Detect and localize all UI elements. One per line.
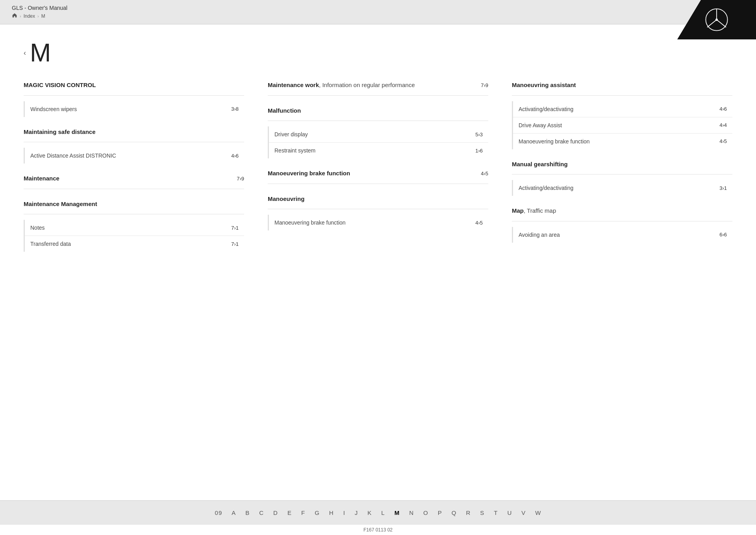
sub-items-maintaining-safe-distance: Active Distance Assist DISTRONIC4›6 bbox=[24, 148, 244, 163]
sub-items-magic-vision-control: Windscreen wipers3›8 bbox=[24, 101, 244, 117]
sub-item-page-malfunction-0: 5›3 bbox=[475, 132, 483, 137]
alpha-h[interactable]: H bbox=[324, 508, 339, 518]
alpha-e[interactable]: E bbox=[283, 508, 296, 518]
section-title-maintenance-work[interactable]: Maintenance work, Information on regular… bbox=[268, 81, 415, 89]
alpha-s[interactable]: S bbox=[475, 508, 489, 518]
sub-item-maintaining-safe-distance-0[interactable]: Active Distance Assist DISTRONIC4›6 bbox=[25, 148, 244, 163]
section-page-ref-maintenance-work: 7›9 bbox=[481, 82, 488, 88]
section-title-manual-gearshifting[interactable]: Manual gearshifting bbox=[512, 160, 568, 168]
alpha-l[interactable]: L bbox=[376, 508, 389, 518]
alpha-v[interactable]: V bbox=[517, 508, 530, 518]
section-sep-map bbox=[512, 221, 732, 221]
alpha-b[interactable]: B bbox=[241, 508, 254, 518]
sub-item-label-maintaining-safe-distance-0: Active Distance Assist DISTRONIC bbox=[30, 152, 231, 159]
sub-item-page-maintaining-safe-distance-0: 4›6 bbox=[231, 153, 239, 159]
alpha-o[interactable]: O bbox=[419, 508, 433, 518]
section-title-maintenance[interactable]: Maintenance bbox=[24, 175, 59, 182]
doc-footer: F167 0113 02 bbox=[0, 525, 756, 535]
alpha-a[interactable]: A bbox=[227, 508, 241, 518]
breadcrumb-index[interactable]: Index bbox=[24, 13, 35, 19]
sub-item-page-manoeuvring-assistant-0: 4›6 bbox=[719, 106, 727, 112]
home-icon[interactable] bbox=[12, 13, 17, 19]
index-columns: MAGIC VISION CONTROLWindscreen wipers3›8… bbox=[24, 81, 732, 263]
section-title-bold-manual-gearshifting: Manual gearshifting bbox=[512, 161, 568, 167]
section-manoeuvring: ManoeuvringManoeuvering brake function4›… bbox=[268, 195, 488, 231]
alpha-c[interactable]: C bbox=[254, 508, 269, 518]
sub-item-label-manoeuvring-assistant-0: Activating/deactivating bbox=[519, 106, 719, 112]
sub-item-label-manoeuvring-0: Manoeuvering brake function bbox=[274, 219, 475, 226]
section-title-bold-maintenance-work: Maintenance work bbox=[268, 82, 319, 88]
section-maintenance: Maintenance7›9 bbox=[24, 175, 244, 189]
section-title-row-maintenance-management: Maintenance Management bbox=[24, 200, 244, 212]
alpha-g[interactable]: G bbox=[310, 508, 324, 518]
section-map: Map, Traffic mapAvoiding an area6›6 bbox=[512, 207, 732, 243]
sub-item-malfunction-0[interactable]: Driver display5›3 bbox=[269, 126, 488, 143]
alpha-k[interactable]: K bbox=[363, 508, 376, 518]
sub-item-maintenance-management-1[interactable]: Transferred data7›1 bbox=[25, 236, 244, 252]
section-title-bold-magic-vision-control: MAGIC VISION CONTROL bbox=[24, 82, 96, 88]
alpha-r[interactable]: R bbox=[461, 508, 475, 518]
alpha-m[interactable]: M bbox=[390, 508, 405, 518]
sub-item-manual-gearshifting-0[interactable]: Activating/deactivating3›1 bbox=[513, 180, 732, 196]
alpha-u[interactable]: U bbox=[502, 508, 517, 518]
alpha-q[interactable]: Q bbox=[447, 508, 461, 518]
sub-item-label-magic-vision-control-0: Windscreen wipers bbox=[30, 106, 231, 112]
section-sep-manual-gearshifting bbox=[512, 174, 732, 175]
section-title-maintenance-management[interactable]: Maintenance Management bbox=[24, 200, 97, 208]
alpha-p[interactable]: P bbox=[433, 508, 447, 518]
alpha-i[interactable]: I bbox=[339, 508, 350, 518]
sub-item-manoeuvring-0[interactable]: Manoeuvering brake function4›5 bbox=[269, 215, 488, 230]
prev-page-arrow[interactable]: ‹ bbox=[24, 49, 26, 57]
section-sep-maintaining-safe-distance bbox=[24, 142, 244, 142]
page-letter: M bbox=[30, 40, 51, 65]
alpha-t[interactable]: T bbox=[489, 508, 502, 518]
sub-item-manoeuvring-assistant-0[interactable]: Activating/deactivating4›6 bbox=[513, 101, 732, 117]
header-left: GLS - Owner's Manual › Index › M bbox=[12, 5, 67, 19]
alpha-d[interactable]: D bbox=[269, 508, 283, 518]
section-page-ref-maintenance: 7›9 bbox=[237, 176, 244, 182]
section-title-manoeuvring[interactable]: Manoeuvring bbox=[268, 195, 304, 203]
section-title-suffix-map: , Traffic map bbox=[524, 207, 556, 214]
section-title-manoeuvring-assistant[interactable]: Manoeuvring assistant bbox=[512, 81, 576, 89]
alpha-f[interactable]: F bbox=[296, 508, 310, 518]
section-sep-maintenance bbox=[24, 189, 244, 189]
header: GLS - Owner's Manual › Index › M bbox=[0, 0, 756, 24]
section-title-map[interactable]: Map, Traffic map bbox=[512, 207, 556, 215]
section-title-suffix-maintenance-work: , Information on regular performance bbox=[319, 82, 415, 88]
section-maintaining-safe-distance: Maintaining safe distanceActive Distance… bbox=[24, 128, 244, 164]
breadcrumb-m[interactable]: M bbox=[41, 13, 45, 19]
sub-item-manoeuvring-assistant-2[interactable]: Manoeuvering brake function4›5 bbox=[513, 134, 732, 149]
alpha-j[interactable]: J bbox=[350, 508, 363, 518]
sub-item-maintenance-management-0[interactable]: Notes7›1 bbox=[25, 220, 244, 236]
section-maintenance-work: Maintenance work, Information on regular… bbox=[268, 81, 488, 96]
section-sep-maintenance-work bbox=[268, 95, 488, 96]
section-sep-manoeuvring bbox=[268, 209, 488, 209]
breadcrumb: › Index › M bbox=[12, 13, 67, 19]
sub-items-malfunction: Driver display5›3Restraint system1›6 bbox=[268, 126, 488, 158]
section-title-bold-manoeuvring: Manoeuvring bbox=[268, 195, 304, 202]
sub-items-maintenance-management: Notes7›1Transferred data7›1 bbox=[24, 220, 244, 252]
alpha-09[interactable]: 09 bbox=[210, 508, 227, 518]
sub-item-map-0[interactable]: Avoiding an area6›6 bbox=[513, 227, 732, 243]
sub-item-magic-vision-control-0[interactable]: Windscreen wipers3›8 bbox=[25, 101, 244, 117]
section-sep-maintenance-management bbox=[24, 214, 244, 214]
main-content: ‹ M MAGIC VISION CONTROLWindscreen wiper… bbox=[0, 24, 756, 500]
section-title-bold-malfunction: Malfunction bbox=[268, 107, 301, 114]
section-title-row-malfunction: Malfunction bbox=[268, 107, 488, 119]
sub-item-malfunction-1[interactable]: Restraint system1›6 bbox=[269, 143, 488, 158]
section-title-row-manoeuvering-brake-mid: Manoeuvering brake function4›5 bbox=[268, 169, 488, 181]
breadcrumb-sep-2: › bbox=[37, 14, 39, 19]
column-2: Manoeuvring assistantActivating/deactiva… bbox=[512, 81, 732, 263]
section-sep-malfunction bbox=[268, 121, 488, 121]
section-title-row-maintenance: Maintenance7›9 bbox=[24, 175, 244, 186]
alpha-n[interactable]: N bbox=[404, 508, 419, 518]
section-title-manoeuvering-brake-mid[interactable]: Manoeuvering brake function bbox=[268, 169, 350, 177]
section-title-magic-vision-control[interactable]: MAGIC VISION CONTROL bbox=[24, 81, 96, 89]
breadcrumb-sep-1: › bbox=[20, 14, 21, 19]
section-title-malfunction[interactable]: Malfunction bbox=[268, 107, 301, 115]
section-title-maintaining-safe-distance[interactable]: Maintaining safe distance bbox=[24, 128, 96, 136]
section-title-row-manoeuvring-assistant: Manoeuvring assistant bbox=[512, 81, 732, 93]
alpha-w[interactable]: W bbox=[530, 508, 546, 518]
sub-item-page-magic-vision-control-0: 3›8 bbox=[231, 106, 239, 112]
sub-item-manoeuvring-assistant-1[interactable]: Drive Away Assist4›4 bbox=[513, 117, 732, 134]
